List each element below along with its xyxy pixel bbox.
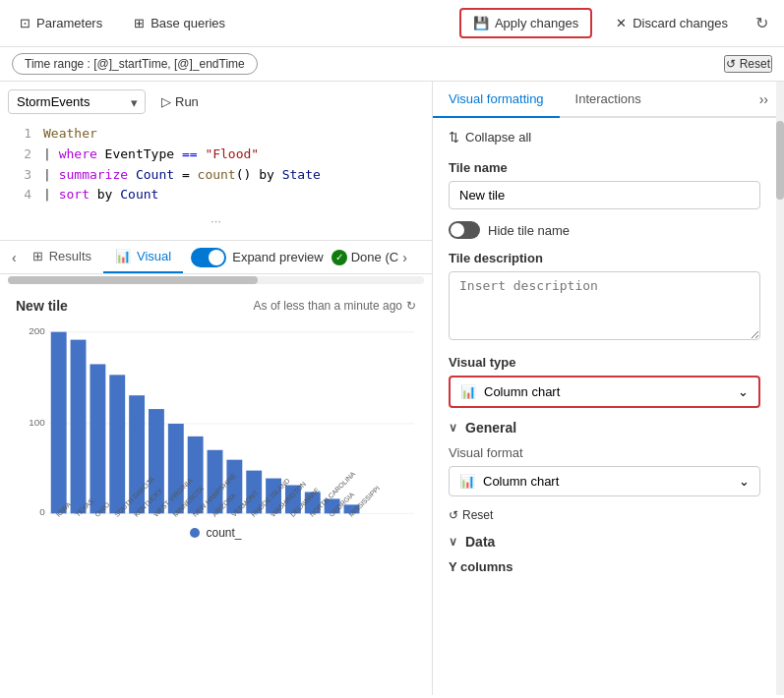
base-queries-label: Base queries [151, 16, 225, 30]
code-line-2: 2 | where EventType == "Flood" [16, 145, 432, 165]
interactions-label: Interactions [575, 91, 641, 106]
tile-name-label: Tile name [449, 160, 760, 175]
parameters-icon: ⊡ [20, 16, 30, 30]
tab-visual[interactable]: 📊 Visual [103, 241, 183, 273]
database-select-wrap: StormEvents [8, 89, 146, 114]
visual-type-dropdown[interactable]: 📊 Column chart ⌄ [449, 376, 760, 408]
apply-changes-label: Apply changes [495, 16, 578, 30]
expand-preview-label: Expand preview [232, 250, 324, 264]
svg-rect-9 [109, 376, 125, 514]
legend-dot [190, 528, 200, 538]
collapse-all-button[interactable]: ⇅ Collapse all [449, 126, 531, 148]
svg-rect-7 [71, 340, 87, 514]
timestamp-text: As of less than a minute ago [254, 299, 402, 313]
tile-name-input[interactable] [449, 181, 760, 209]
right-content: ⇅ Collapse all Tile name Hide tile name … [433, 118, 776, 588]
discard-changes-button[interactable]: ✕ Discard changes [608, 10, 736, 36]
scroll-left-button[interactable]: ‹ [8, 248, 21, 267]
main-layout: StormEvents ▷ Run 1 Weather 2 | where Ev… [0, 82, 784, 695]
hide-tile-name-row: Hide tile name [449, 221, 760, 239]
visual-formatting-label: Visual formatting [449, 91, 544, 106]
horizontal-scrollbar[interactable] [8, 276, 424, 284]
code-line-1: 1 Weather [16, 124, 432, 145]
discard-changes-label: Discard changes [633, 16, 728, 30]
line-number: 2 [16, 145, 31, 165]
refresh-button[interactable]: ↻ [752, 10, 772, 36]
parameters-label: Parameters [36, 16, 102, 30]
reset-button[interactable]: ↺ Reset [724, 55, 772, 73]
chart-area: New tile As of less than a minute ago ↻ … [0, 286, 432, 695]
code-line-4: 4 | sort by Count [16, 185, 432, 205]
code-text: | where EventType == "Flood" [43, 145, 259, 165]
discard-icon: ✕ [616, 16, 627, 30]
reset-link-label: Reset [462, 508, 493, 522]
tab-results[interactable]: ⊞ Results [21, 241, 103, 273]
line-number: 3 [16, 165, 31, 186]
data-chevron-icon: ∨ [449, 535, 457, 549]
chevron-down-icon: ⌄ [738, 384, 749, 399]
scroll-right-button[interactable]: › [398, 248, 411, 267]
base-queries-icon: ⊞ [134, 16, 145, 30]
hide-tile-name-toggle[interactable] [449, 221, 480, 239]
visual-format-dropdown[interactable]: 📊 Column chart ⌄ [449, 466, 760, 496]
general-section-header[interactable]: ∨ General [449, 420, 760, 436]
visual-type-label: Visual type [449, 355, 760, 370]
right-panel: Visual formatting Interactions ›› ⇅ Coll… [433, 82, 776, 695]
collapse-icon: ⇅ [449, 130, 459, 145]
left-panel: StormEvents ▷ Run 1 Weather 2 | where Ev… [0, 82, 433, 695]
code-text: | summarize Count = count() by State [43, 165, 321, 186]
parameters-tab[interactable]: ⊡ Parameters [12, 12, 110, 34]
chevron-down-icon-2: ⌄ [739, 474, 750, 489]
right-scrollbar[interactable] [776, 82, 784, 695]
run-icon: ▷ [161, 94, 171, 109]
apply-icon: 💾 [473, 16, 489, 30]
tab-visual-formatting[interactable]: Visual formatting [433, 82, 560, 118]
scrollbar-thumb [8, 276, 258, 284]
data-section-header[interactable]: ∨ Data [449, 534, 760, 550]
reset-icon-2: ↺ [449, 508, 458, 522]
chevron-icon: ∨ [449, 421, 457, 435]
query-area: StormEvents ▷ Run 1 Weather 2 | where Ev… [0, 82, 432, 241]
general-label: General [465, 420, 516, 436]
svg-text:200: 200 [29, 325, 45, 336]
svg-text:0: 0 [39, 506, 45, 517]
chart-legend: count_ [16, 526, 416, 540]
chart-header: New tile As of less than a minute ago ↻ [16, 298, 416, 314]
collapse-all-label: Collapse all [465, 130, 531, 145]
tile-description-label: Tile description [449, 251, 760, 265]
visual-format-icon: 📊 [459, 474, 475, 489]
database-select[interactable]: StormEvents [8, 89, 146, 114]
code-text: | sort by Count [43, 185, 158, 205]
code-line-3: 3 | summarize Count = count() by State [16, 165, 432, 186]
expand-toggle[interactable]: Expand preview [191, 248, 324, 267]
svg-rect-8 [90, 365, 105, 514]
expand-preview-toggle[interactable] [191, 248, 226, 267]
tile-description-input[interactable] [449, 271, 760, 340]
data-label: Data [465, 534, 495, 550]
toolbar: ⊡ Parameters ⊞ Base queries 💾 Apply chan… [0, 0, 784, 47]
time-range-pill[interactable]: Time range : [@]_startTime, [@]_endTime [12, 53, 258, 75]
reset-link-button[interactable]: ↺ Reset [449, 508, 493, 522]
right-tabs: Visual formatting Interactions ›› [433, 82, 776, 118]
legend-label: count_ [206, 526, 241, 540]
hide-tile-name-label: Hide tile name [488, 223, 570, 238]
base-queries-tab[interactable]: ⊞ Base queries [126, 12, 233, 34]
done-label: Done (C [351, 250, 398, 264]
run-button[interactable]: ▷ Run [153, 90, 207, 113]
visual-type-chart-icon: 📊 [460, 384, 476, 399]
tab-interactions[interactable]: Interactions [560, 82, 657, 118]
svg-text:MISSISSIPPI: MISSISSIPPI [347, 485, 381, 518]
reset-icon: ↺ [726, 57, 736, 71]
code-block: 1 Weather 2 | where EventType == "Flood"… [0, 120, 432, 209]
time-range-label: Time range : [@]_startTime, [@]_endTime [25, 57, 245, 71]
chart-timestamp: As of less than a minute ago ↻ [254, 299, 416, 313]
apply-changes-button[interactable]: 💾 Apply changes [459, 8, 592, 38]
refresh-icon: ↻ [406, 299, 416, 313]
expand-panel-button[interactable]: ›› [759, 91, 768, 107]
chart-title: New tile [16, 298, 68, 314]
visual-type-value: Column chart [484, 384, 560, 399]
visual-format-inner: 📊 Column chart [459, 474, 559, 489]
results-label: Results [49, 249, 91, 263]
done-icon: ✓ [332, 250, 347, 265]
tabs-bar: ‹ ⊞ Results 📊 Visual Expand preview ✓ Do… [0, 241, 432, 274]
